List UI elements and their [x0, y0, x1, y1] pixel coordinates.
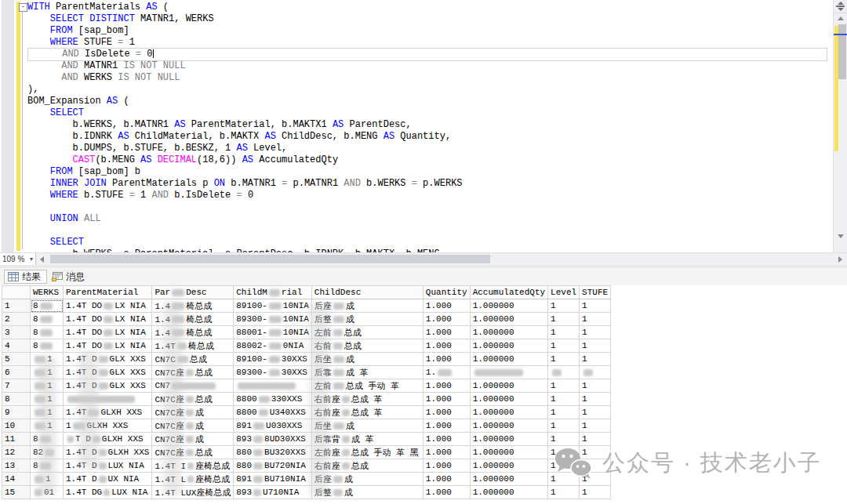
grid-cell[interactable]: 1GLXH XXS — [64, 419, 152, 433]
results-grid[interactable]: WERKSParentMaterialParDescChildMrialChil… — [2, 285, 611, 499]
grid-cell[interactable]: 8 — [31, 313, 64, 326]
grid-cell[interactable]: CN7C座总成 — [152, 366, 234, 379]
grid-cell[interactable]: 1 — [548, 486, 580, 499]
grid-cell[interactable]: 1 — [31, 406, 64, 419]
grid-cell[interactable]: 1 — [548, 299, 580, 313]
code-line[interactable]: AND WERKS IS NOT NULL — [27, 72, 831, 84]
grid-cell[interactable]: 1.000000 — [470, 339, 547, 353]
row-header[interactable]: 8 — [2, 393, 31, 406]
grid-cell[interactable]: 1 — [580, 339, 611, 353]
code-line[interactable]: AND IsDelete = 0 — [27, 48, 827, 61]
code-line[interactable]: SELECT — [27, 237, 831, 248]
grid-cell[interactable] — [580, 366, 611, 379]
grid-cell[interactable]: 8 — [31, 326, 64, 339]
code-line[interactable]: b.DUMPS, b.STUFE, b.BESKZ, 1 AS Level, — [27, 143, 831, 154]
grid-cell[interactable]: 1 — [31, 473, 64, 486]
grid-cell[interactable]: 后座成 — [311, 299, 423, 313]
code-line[interactable]: b.WERKS, b.MATNR1 AS ParentMaterial, b.M… — [27, 119, 831, 131]
code-line[interactable]: AND MATNR1 IS NOT NULL — [27, 60, 831, 72]
grid-cell[interactable]: 1.4T DGLX XXS — [64, 366, 152, 379]
grid-cell[interactable]: 1.000000 — [470, 379, 547, 393]
grid-cell[interactable]: 893U710NIA — [234, 486, 312, 499]
grid-cell[interactable]: 1 — [580, 353, 611, 366]
grid-cell[interactable]: 1.000 — [423, 393, 470, 406]
grid-cell[interactable] — [234, 379, 312, 393]
grid-cell[interactable]: 1 — [31, 393, 64, 406]
grid-cell[interactable]: 1.000 — [423, 313, 470, 326]
grid-cell[interactable]: 8 — [31, 299, 64, 313]
grid-cell[interactable]: 1 — [580, 486, 611, 499]
grid-cell[interactable]: 左前总成 — [311, 326, 423, 339]
grid-cell[interactable]: 后整成 — [311, 486, 423, 499]
grid-cell[interactable]: 右前座总成 革 — [311, 393, 423, 406]
grid-cell[interactable]: 88002-0NIA — [234, 339, 312, 353]
editor-vertical-scrollbar[interactable] — [833, 0, 847, 252]
scroll-right-button[interactable] — [834, 253, 847, 265]
grid-cell[interactable]: 8 — [31, 339, 64, 353]
fold-collapse-button[interactable]: - — [19, 3, 27, 12]
grid-cell[interactable]: 891BU710NIA — [234, 473, 312, 486]
row-header-corner[interactable] — [2, 286, 31, 299]
split-editor-handle[interactable] — [834, 0, 847, 13]
grid-cell[interactable]: 1.000 — [423, 299, 470, 313]
grid-cell[interactable]: 1.000000 — [470, 299, 547, 313]
code-line[interactable] — [27, 225, 831, 237]
grid-cell[interactable]: 1 — [31, 366, 64, 379]
grid-cell[interactable]: 1.4椅总成 — [152, 313, 234, 326]
grid-cell[interactable]: 1 — [548, 326, 580, 339]
row-header[interactable]: 14 — [2, 473, 31, 486]
sql-editor[interactable]: - WITH ParentMaterials AS ( SELECT DISTI… — [0, 0, 847, 252]
row-header[interactable]: 4 — [2, 339, 31, 353]
column-header[interactable]: STUFE — [580, 286, 611, 299]
scroll-down-button[interactable] — [834, 231, 847, 242]
grid-cell[interactable]: 1 — [548, 419, 580, 433]
column-header[interactable]: ChildDesc — [311, 286, 423, 299]
grid-cell[interactable]: 1 — [548, 406, 580, 419]
code-line[interactable] — [27, 201, 831, 213]
grid-cell[interactable]: 1.4T DLUX NIA — [64, 459, 152, 473]
grid-cell[interactable]: 1.000 — [423, 473, 470, 486]
grid-cell[interactable]: 后靠成 革 — [311, 366, 423, 379]
grid-cell[interactable]: 1.4椅总成 — [152, 326, 234, 339]
grid-cell[interactable]: 01 — [31, 486, 64, 499]
grid-cell[interactable]: 1 — [580, 419, 611, 433]
grid-cell[interactable]: 8 — [31, 459, 64, 473]
grid-cell[interactable]: 1 — [548, 379, 580, 393]
grid-cell[interactable]: 右前总成 — [311, 339, 423, 353]
column-header[interactable]: ParDesc — [152, 286, 234, 299]
grid-cell[interactable]: 1.4T DGLUX NIA — [64, 486, 152, 499]
grid-cell[interactable]: 1.4T DUX NIA — [64, 473, 152, 486]
grid-cell[interactable]: 1.000 — [423, 459, 470, 473]
grid-cell[interactable]: 1.000 — [423, 406, 470, 419]
grid-cell[interactable]: 1 — [31, 379, 64, 393]
row-header[interactable]: 15 — [2, 486, 31, 499]
grid-cell[interactable] — [470, 366, 547, 379]
row-header[interactable]: 11 — [2, 433, 31, 446]
grid-cell[interactable]: 1.4椅总成 — [152, 299, 234, 313]
grid-cell[interactable]: 1.000 — [423, 446, 470, 459]
grid-cell[interactable]: 8800330XXS — [234, 393, 312, 406]
grid-cell[interactable]: 1.000000 — [470, 326, 547, 339]
grid-cell[interactable]: CN7C座成 — [152, 419, 234, 433]
row-header[interactable]: 6 — [2, 366, 31, 379]
grid-cell[interactable]: 1.4T椅总成 — [152, 339, 234, 353]
code-area[interactable]: WITH ParentMaterials AS ( SELECT DISTINC… — [27, 2, 831, 252]
grid-cell[interactable]: 880BU720NIA — [234, 459, 312, 473]
grid-cell[interactable]: 1.000 — [423, 379, 470, 393]
row-header[interactable]: 12 — [2, 446, 31, 459]
grid-cell[interactable]: T DGLXH XXS — [64, 433, 152, 446]
vertical-scroll-thumb[interactable] — [838, 24, 846, 79]
grid-cell[interactable]: 1 — [580, 406, 611, 419]
grid-cell[interactable]: 后坐成 — [311, 419, 423, 433]
grid-cell[interactable]: 后靠背成 革 — [311, 433, 423, 446]
code-line[interactable]: SELECT DISTINCT MATNR1, WERKS — [27, 13, 831, 25]
grid-cell[interactable]: 1.4T DGLX XXS — [64, 353, 152, 366]
tab-messages[interactable]: 消息 — [49, 270, 90, 284]
column-header[interactable]: Level — [548, 286, 580, 299]
vertical-scroll-track[interactable] — [834, 24, 847, 231]
grid-cell[interactable] — [64, 393, 152, 406]
grid-cell[interactable]: 1 — [580, 433, 611, 446]
code-line[interactable]: FROM [sap_bom] — [27, 25, 831, 37]
grid-cell[interactable]: 1.000000 — [470, 419, 547, 433]
grid-cell[interactable]: 1.000000 — [470, 433, 547, 446]
